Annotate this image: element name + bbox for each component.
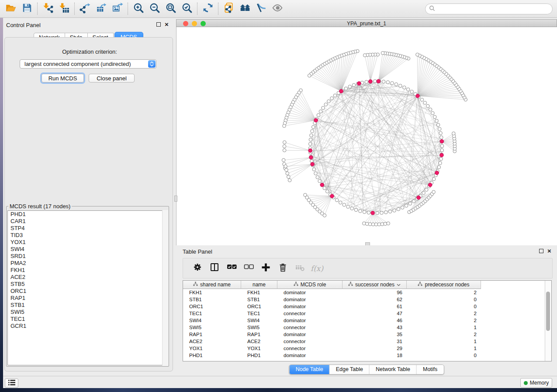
graph-edge[interactable] — [370, 55, 375, 82]
graph-node[interactable] — [440, 144, 444, 148]
mcds-result-item[interactable]: ACE2 — [8, 274, 167, 281]
table-cell[interactable]: 43 — [343, 325, 407, 330]
graph-node[interactable] — [429, 108, 432, 111]
table-row[interactable]: ACE2ACE2connector311 — [183, 338, 551, 345]
graph-hub-node[interactable] — [377, 79, 381, 83]
graph-edge[interactable] — [405, 134, 441, 206]
graph-node[interactable] — [283, 124, 286, 128]
table-cell[interactable]: RAP1 — [241, 332, 277, 337]
graph-node[interactable] — [324, 103, 328, 107]
graph-hub-node[interactable] — [314, 118, 318, 122]
graph-node[interactable] — [311, 125, 315, 129]
graph-node[interactable] — [346, 205, 350, 209]
network-graph[interactable] — [176, 27, 556, 245]
graph-edge[interactable] — [378, 58, 406, 81]
network-canvas[interactable] — [176, 27, 557, 245]
graph-edge[interactable] — [315, 172, 430, 185]
graph-node[interactable] — [335, 199, 339, 202]
table-cell[interactable]: TEC1 — [183, 311, 241, 316]
graph-hub-node[interactable] — [308, 149, 312, 153]
graph-node[interactable] — [384, 222, 387, 226]
table-cell[interactable]: dominator — [277, 353, 343, 358]
graph-node[interactable] — [368, 223, 372, 226]
table-cell[interactable]: 96 — [343, 290, 407, 295]
function-builder-button[interactable]: f(x) — [308, 264, 325, 273]
table-cell[interactable]: 0 — [407, 297, 481, 302]
graph-node[interactable] — [322, 106, 325, 110]
table-row[interactable]: STB1STB1dominator620 — [183, 296, 551, 303]
close-panel-button[interactable]: Close panel — [89, 74, 135, 83]
table-cell[interactable]: PHD1 — [183, 353, 241, 358]
table-row[interactable]: SWI5SWI5connector431 — [183, 324, 551, 331]
graph-node[interactable] — [381, 52, 384, 55]
table-cell[interactable]: SWI5 — [183, 325, 241, 330]
graph-node[interactable] — [388, 210, 392, 213]
graph-node[interactable] — [410, 90, 414, 93]
tab-network-table[interactable]: Network Table — [370, 365, 417, 374]
table-cell[interactable]: SWI4 — [183, 318, 241, 323]
mcds-result-item[interactable]: CAR1 — [8, 218, 167, 225]
table-cell[interactable]: connector — [277, 339, 343, 344]
export-image-button[interactable] — [109, 1, 125, 16]
graph-hub-node[interactable] — [416, 94, 420, 98]
graph-node[interactable] — [354, 208, 358, 212]
table-cell[interactable]: 47 — [343, 311, 407, 316]
table-cell[interactable]: 61 — [343, 304, 407, 309]
graph-node[interactable] — [309, 138, 312, 141]
graph-edge[interactable] — [288, 164, 312, 177]
import-table-button[interactable] — [56, 1, 72, 16]
graph-node[interactable] — [352, 83, 356, 87]
graph-node[interactable] — [433, 115, 436, 119]
zoom-in-button[interactable] — [130, 1, 146, 16]
memory-button[interactable]: Memory — [520, 378, 552, 388]
show-columns-button[interactable] — [206, 262, 223, 274]
zoom-fit-button[interactable] — [163, 1, 179, 16]
graph-node[interactable] — [312, 168, 316, 171]
table-cell[interactable]: connector — [277, 346, 343, 351]
table-cell[interactable]: 0 — [407, 304, 481, 309]
graph-node[interactable] — [365, 80, 368, 84]
table-cell[interactable]: FKH1 — [241, 290, 277, 295]
graph-node[interactable] — [311, 130, 314, 133]
table-cell[interactable]: 0 — [407, 353, 481, 358]
graph-node[interactable] — [318, 179, 322, 183]
graph-edge[interactable] — [284, 150, 310, 151]
graph-edge[interactable] — [286, 164, 313, 166]
table-cell[interactable]: 18 — [343, 353, 407, 358]
graph-node[interactable] — [403, 86, 406, 89]
table-row[interactable]: RAP1RAP1dominator352 — [183, 331, 551, 338]
table-scrollbar[interactable] — [545, 281, 551, 361]
table-cell[interactable]: SWI4 — [241, 318, 277, 323]
table-cell[interactable]: dominator — [277, 318, 343, 323]
mcds-result-item[interactable]: TID3 — [8, 232, 167, 239]
mcds-result-list[interactable]: PHD1CAR1STP4TID3YOX1SWI4SRD1PMA2FKH1ACE2… — [7, 210, 168, 365]
graph-node[interactable] — [394, 83, 398, 86]
mcds-result-item[interactable]: FKH1 — [8, 267, 167, 274]
graph-node[interactable] — [308, 142, 312, 146]
graph-edge[interactable] — [378, 55, 396, 81]
houses-button[interactable] — [237, 1, 253, 16]
graph-node[interactable] — [310, 134, 313, 137]
graph-node[interactable] — [439, 157, 443, 161]
graph-node[interactable] — [288, 179, 291, 182]
graph-node[interactable] — [330, 96, 334, 100]
search-input[interactable] — [435, 5, 552, 14]
task-history-button[interactable] — [5, 378, 18, 388]
delete-column-button[interactable] — [274, 262, 291, 274]
float-window-icon[interactable] — [156, 22, 161, 27]
graph-node[interactable] — [283, 144, 286, 148]
export-table-button[interactable] — [93, 1, 109, 16]
graph-node[interactable] — [452, 132, 456, 135]
graph-node[interactable] — [323, 186, 326, 190]
table-cell[interactable]: ACE2 — [241, 339, 277, 344]
graph-node[interactable] — [348, 85, 352, 89]
table-scrollbar-thumb[interactable] — [546, 292, 550, 331]
graph-hub-node[interactable] — [311, 162, 315, 166]
graph-edge[interactable] — [315, 196, 332, 207]
table-cell[interactable]: connector — [277, 311, 343, 316]
graph-node[interactable] — [363, 210, 366, 214]
zoom-selected-button[interactable] — [179, 1, 195, 16]
graph-node[interactable] — [426, 104, 429, 108]
table-cell[interactable]: 31 — [343, 339, 407, 344]
toggle-style-button[interactable] — [253, 1, 269, 16]
